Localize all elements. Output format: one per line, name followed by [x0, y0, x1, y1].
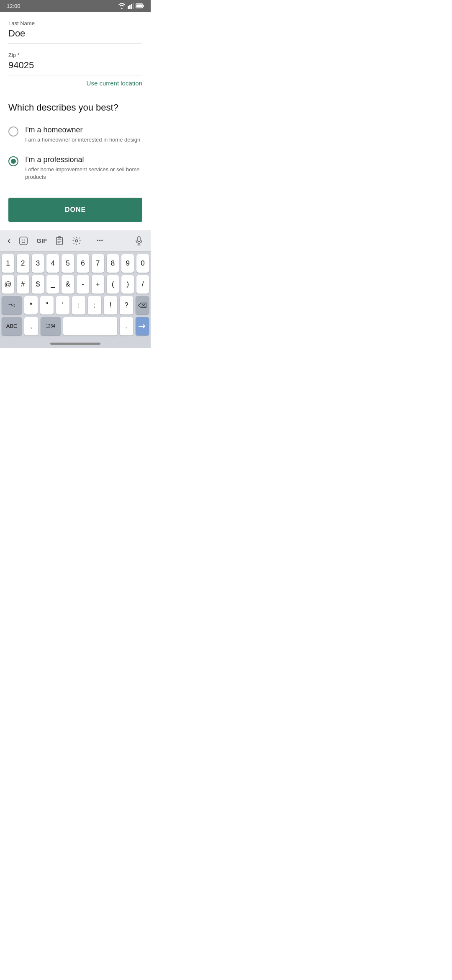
- key-8[interactable]: 8: [107, 254, 119, 273]
- signal-icon: [128, 3, 134, 9]
- svg-point-8: [22, 240, 23, 240]
- key-open-paren[interactable]: (: [107, 275, 119, 294]
- key-minus[interactable]: -: [77, 275, 89, 294]
- key-asterisk[interactable]: *: [24, 296, 38, 315]
- svg-rect-6: [136, 5, 142, 8]
- zip-value: 94025: [8, 60, 142, 71]
- zip-field[interactable]: Zip * 94025: [8, 44, 142, 75]
- home-bar: [50, 343, 100, 345]
- key-colon[interactable]: :: [72, 296, 85, 315]
- main-content: Last Name Doe Zip * 94025 Use current lo…: [0, 12, 151, 189]
- time: 12:00: [7, 3, 21, 9]
- radio-homeowner-text: I'm a homeowner I am a homeowner or inte…: [25, 126, 140, 144]
- radio-circle-professional: [8, 156, 18, 166]
- radio-homeowner-subtitle: I am a homeowner or interested in home d…: [25, 136, 140, 144]
- back-button[interactable]: ‹: [5, 234, 13, 248]
- status-icons: [118, 3, 144, 9]
- radio-homeowner-title: I'm a homeowner: [25, 126, 140, 134]
- battery-icon: [136, 3, 144, 8]
- svg-rect-3: [133, 3, 134, 9]
- emoji-icon: [19, 236, 28, 245]
- key-4[interactable]: 4: [46, 254, 59, 273]
- key-2[interactable]: 2: [17, 254, 29, 273]
- svg-rect-1: [129, 5, 131, 9]
- radio-professional[interactable]: I'm a professional I offer home improvem…: [8, 151, 142, 188]
- key-6[interactable]: 6: [77, 254, 89, 273]
- status-bar: 12:00: [0, 0, 151, 12]
- key-exclaim[interactable]: !: [104, 296, 117, 315]
- toolbar-divider: [89, 235, 89, 247]
- radio-inner-professional: [11, 159, 16, 164]
- done-section: DONE: [0, 189, 151, 230]
- key-1[interactable]: 1: [2, 254, 14, 273]
- last-name-field[interactable]: Last Name Doe: [8, 12, 142, 44]
- key-question[interactable]: ?: [120, 296, 133, 315]
- backspace-icon: [138, 302, 147, 309]
- enter-icon: [138, 323, 146, 330]
- gif-button[interactable]: GIF: [34, 235, 49, 246]
- key-row-bottom: ABC , 12 34 .: [2, 317, 149, 335]
- use-current-location-link[interactable]: Use current location: [87, 80, 142, 87]
- radio-professional-subtitle: I offer home improvement services or sel…: [25, 166, 142, 181]
- key-row-symbols2: =\< * " ' : ; ! ?: [2, 296, 149, 315]
- radio-homeowner[interactable]: I'm a homeowner I am a homeowner or inte…: [8, 121, 142, 151]
- svg-rect-2: [131, 4, 132, 9]
- key-apostrophe[interactable]: ': [56, 296, 69, 315]
- key-semicolon[interactable]: ;: [88, 296, 101, 315]
- svg-point-9: [24, 240, 25, 240]
- emoji-button[interactable]: [16, 235, 31, 247]
- svg-point-15: [76, 240, 78, 242]
- key-comma[interactable]: ,: [24, 317, 38, 335]
- key-underscore[interactable]: _: [46, 275, 59, 294]
- key-at[interactable]: @: [2, 275, 14, 294]
- last-name-label: Last Name: [8, 20, 142, 26]
- mic-icon: [135, 236, 143, 246]
- key-7[interactable]: 7: [92, 254, 104, 273]
- key-9[interactable]: 9: [121, 254, 134, 273]
- svg-rect-16: [138, 237, 140, 242]
- key-slash[interactable]: /: [136, 275, 149, 294]
- home-indicator: [0, 340, 151, 348]
- clipboard-icon: [55, 236, 64, 245]
- last-name-value: Doe: [8, 28, 142, 39]
- key-ampersand[interactable]: &: [62, 275, 74, 294]
- key-dollar[interactable]: $: [32, 275, 44, 294]
- settings-button[interactable]: [69, 235, 84, 247]
- zip-label: Zip *: [8, 52, 142, 58]
- more-button[interactable]: •••: [94, 236, 106, 245]
- done-button[interactable]: DONE: [8, 198, 142, 222]
- svg-rect-7: [20, 237, 27, 244]
- radio-circle-homeowner: [8, 126, 18, 137]
- key-3[interactable]: 3: [32, 254, 44, 273]
- mic-button[interactable]: [132, 234, 146, 248]
- key-hash[interactable]: #: [17, 275, 29, 294]
- key-period[interactable]: .: [120, 317, 133, 335]
- radio-professional-title: I'm a professional: [25, 155, 142, 164]
- key-row-numbers: 1 2 3 4 5 6 7 8 9 0: [2, 254, 149, 273]
- gear-icon: [72, 236, 81, 245]
- radio-professional-text: I'm a professional I offer home improvem…: [25, 155, 142, 181]
- svg-rect-0: [128, 6, 129, 9]
- key-abc[interactable]: ABC: [2, 317, 22, 335]
- use-current-location-container: Use current location: [8, 75, 142, 95]
- key-space[interactable]: [63, 317, 117, 335]
- key-5[interactable]: 5: [62, 254, 74, 273]
- section-title: Which describes you best?: [8, 95, 142, 121]
- key-backspace[interactable]: [136, 296, 149, 315]
- keyboard-toolbar: ‹ GIF •••: [0, 230, 151, 252]
- key-enter[interactable]: [136, 317, 149, 335]
- wifi-icon: [118, 3, 126, 9]
- svg-rect-5: [143, 5, 144, 7]
- key-1234[interactable]: 12 34: [41, 317, 61, 335]
- keyboard: ‹ GIF •••: [0, 230, 151, 340]
- key-quote[interactable]: ": [40, 296, 54, 315]
- key-shift-symbols[interactable]: =\<: [2, 296, 22, 315]
- key-row-symbols1: @ # $ _ & - + ( ) /: [2, 275, 149, 294]
- key-rows: 1 2 3 4 5 6 7 8 9 0 @ # $ _ & - + ( ) / …: [0, 252, 151, 340]
- clipboard-button[interactable]: [53, 235, 66, 247]
- key-close-paren[interactable]: ): [121, 275, 134, 294]
- key-plus[interactable]: +: [92, 275, 104, 294]
- key-0[interactable]: 0: [136, 254, 149, 273]
